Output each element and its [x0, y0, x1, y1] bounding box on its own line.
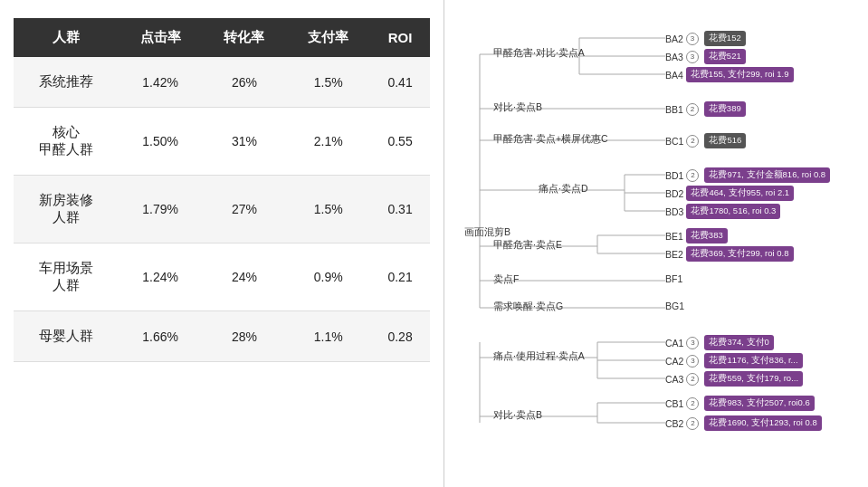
cell-group: 核心甲醛人群: [14, 108, 119, 176]
node-label: BA2: [665, 33, 683, 44]
cell-ctr: 1.24%: [119, 244, 203, 311]
cell-group: 车用场景人群: [14, 244, 119, 311]
tree-node: BD2花费464, 支付955, roi 2.1: [665, 186, 794, 201]
cell-pay: 1.5%: [286, 176, 370, 244]
cell-roi: 0.28: [370, 311, 430, 362]
cell-roi: 0.21: [370, 244, 430, 311]
node-label: BD1: [665, 170, 683, 181]
node-tag: 花费383: [686, 228, 728, 244]
node-badge: 3: [686, 33, 699, 45]
node-badge: 2: [686, 373, 699, 386]
cell-cvr: 27%: [202, 176, 286, 244]
node-label: BE1: [665, 231, 683, 242]
cell-cvr: 31%: [202, 108, 286, 176]
cell-roi: 0.55: [370, 108, 430, 176]
node-badge: 2: [686, 103, 699, 116]
node-label: 痛点·使用过程·卖点A: [493, 350, 585, 363]
col-header-group: 人群: [14, 18, 119, 57]
cell-cvr: 26%: [202, 57, 286, 108]
node-label: BE2: [665, 249, 683, 260]
node-label: BD2: [665, 188, 683, 199]
node-label: BF1: [665, 273, 682, 284]
node-label: CB2: [665, 418, 683, 429]
cell-pay: 1.5%: [286, 57, 370, 108]
tree-node: CA23花费1176, 支付836, r...: [665, 353, 803, 368]
node-tag: 花费374, 支付0: [704, 335, 773, 350]
node-label: CA2: [665, 356, 683, 367]
col-header-roi: ROI: [370, 18, 430, 57]
cell-pay: 0.9%: [286, 244, 370, 311]
node-label: 痛点·卖点D: [539, 183, 588, 196]
node-tag: 花费155, 支付299, roi 1.9: [686, 67, 794, 82]
left-panel: 人群 点击率 转化率 支付率 ROI 系统推荐1.42%26%1.5%0.41核…: [0, 0, 444, 487]
tree-node: BG1: [665, 301, 684, 311]
node-label: 甲醛危害·卖点E: [493, 239, 562, 252]
node-label: BA4: [665, 70, 683, 81]
node-label: BD3: [665, 206, 683, 217]
node-label: BG1: [665, 301, 684, 311]
tree-node: 画面混剪B: [464, 226, 510, 239]
node-badge: 2: [686, 169, 699, 182]
node-label: BB1: [665, 104, 683, 115]
node-badge: 2: [686, 417, 699, 430]
tree-node: BE1花费383: [665, 228, 728, 244]
tree-node: CA13花费374, 支付0: [665, 335, 774, 350]
cell-ctr: 1.50%: [119, 108, 203, 176]
node-tag: 花费1780, 516, roi 0.3: [686, 204, 780, 219]
col-header-cvr: 转化率: [202, 18, 286, 57]
node-badge: 2: [686, 135, 699, 148]
cell-group: 系统推荐: [14, 57, 119, 108]
node-tag: 花费521: [704, 49, 746, 64]
tree-node: 痛点·卖点D: [539, 183, 588, 196]
node-tag: 花费369, 支付299, roi 0.8: [686, 246, 794, 262]
node-label: 需求唤醒·卖点G: [493, 301, 563, 313]
node-label: 对比·卖点B: [493, 409, 542, 422]
col-header-pay: 支付率: [286, 18, 370, 57]
node-badge: 2: [686, 397, 699, 410]
cell-group: 新房装修人群: [14, 176, 119, 244]
tree-node: 甲醛危害·卖点+横屏优惠C: [493, 133, 608, 146]
node-label: 甲醛危害·对比·卖点A: [493, 47, 585, 60]
tree-node: BA33花费521: [665, 49, 746, 64]
tree-node: BD3花费1780, 516, roi 0.3: [665, 204, 780, 219]
tree-node: BD12花费971, 支付金额816, roi 0.8: [665, 167, 830, 183]
node-label: BC1: [665, 136, 683, 147]
node-label: CB1: [665, 398, 683, 409]
tree-container: 画面混剪B甲醛危害·对比·卖点ABA23花费152BA33花费521BA4花费1…: [457, 9, 863, 478]
tree-node: 需求唤醒·卖点G: [493, 301, 563, 313]
node-tag: 花费971, 支付金额816, roi 0.8: [704, 167, 830, 183]
node-label: 甲醛危害·卖点+横屏优惠C: [493, 133, 608, 146]
table-row: 核心甲醛人群1.50%31%2.1%0.55: [14, 108, 430, 176]
node-tag: 花费152: [704, 31, 746, 46]
tree-node: BB12花费389: [665, 101, 746, 117]
right-panel: 画面混剪B甲醛危害·对比·卖点ABA23花费152BA33花费521BA4花费1…: [444, 0, 868, 487]
tree-node: 对比·卖点B: [493, 101, 542, 114]
node-label: CA3: [665, 374, 683, 385]
tree-node: CA32花费559, 支付179, ro...: [665, 371, 803, 387]
tree-node: BA23花费152: [665, 31, 746, 46]
node-label: 卖点F: [493, 273, 519, 286]
node-badge: 3: [686, 51, 699, 63]
cell-roi: 0.31: [370, 176, 430, 244]
cell-cvr: 24%: [202, 244, 286, 311]
node-label: 对比·卖点B: [493, 101, 542, 114]
node-badge: 3: [686, 337, 699, 349]
node-label: CA1: [665, 338, 683, 349]
cell-roi: 0.41: [370, 57, 430, 108]
cell-pay: 2.1%: [286, 108, 370, 176]
tree-node: 甲醛危害·对比·卖点A: [493, 47, 585, 60]
table-row: 新房装修人群1.79%27%1.5%0.31: [14, 176, 430, 244]
cell-ctr: 1.79%: [119, 176, 203, 244]
node-label: 画面混剪B: [464, 226, 510, 239]
tree-node: 痛点·使用过程·卖点A: [493, 350, 585, 363]
node-tag: 花费559, 支付179, ro...: [704, 371, 803, 387]
tree-node: BF1: [665, 273, 682, 284]
tree-node: CB22花费1690, 支付1293, roi 0.8: [665, 415, 822, 431]
node-tag: 花费516: [704, 133, 746, 148]
node-tag: 花费1176, 支付836, r...: [704, 353, 802, 368]
cell-pay: 1.1%: [286, 311, 370, 362]
tree-node: CB12花费983, 支付2507, roi0.6: [665, 396, 815, 411]
node-label: BA3: [665, 52, 683, 62]
tree-node: BE2花费369, 支付299, roi 0.8: [665, 246, 794, 262]
table-row: 车用场景人群1.24%24%0.9%0.21: [14, 244, 430, 311]
